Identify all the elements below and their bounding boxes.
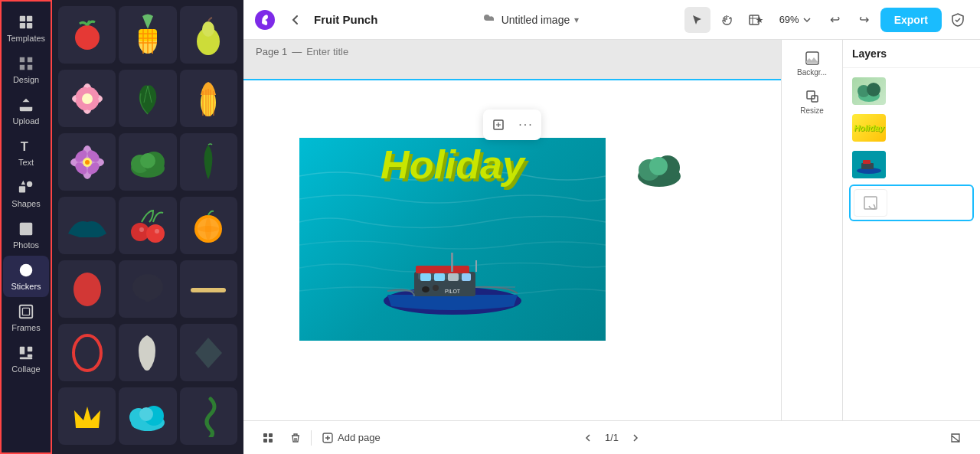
boat-illustration: PILOT — [368, 237, 537, 322]
sticker-corn[interactable] — [180, 70, 237, 127]
sidebar-item-shapes[interactable]: Shapes — [3, 173, 49, 214]
layers-list: Holiday — [843, 68, 980, 227]
svg-text:PILOT: PILOT — [445, 289, 461, 294]
svg-rect-82 — [462, 273, 471, 281]
next-page-button[interactable] — [625, 427, 646, 449]
svg-point-86 — [422, 286, 430, 292]
svg-rect-108 — [269, 439, 273, 443]
top-bar-left: Fruit Punch — [253, 8, 377, 32]
sidebar-item-design[interactable]: Design — [3, 49, 49, 90]
sticker-blue-diamond[interactable] — [180, 324, 237, 381]
right-panel-tools: Backgr... Resize — [782, 40, 842, 126]
resize-tool[interactable]: Resize — [788, 84, 837, 119]
canvas-main: Page 1 — ··· — [243, 40, 781, 420]
layer-item-4[interactable] — [849, 185, 974, 221]
bottom-center: 1/1 — [577, 427, 646, 449]
layer-thumb-3 — [852, 151, 886, 178]
svg-rect-80 — [434, 273, 445, 281]
bottom-separator — [311, 430, 312, 446]
svg-point-8 — [22, 225, 24, 227]
sticker-stick[interactable] — [180, 260, 237, 318]
sticker-green-squiggle[interactable] — [180, 387, 237, 445]
project-name: Fruit Punch — [314, 13, 377, 26]
sidebar-item-text[interactable]: T Text — [3, 132, 49, 173]
sticker-chili[interactable] — [180, 133, 237, 191]
sidebar-item-frames[interactable]: Frames — [3, 297, 49, 338]
svg-point-6 — [27, 181, 32, 187]
prev-page-button[interactable] — [577, 427, 599, 449]
svg-rect-85 — [475, 260, 477, 272]
sticker-cherries[interactable] — [119, 197, 176, 254]
canvas-wrapper: Page 1 — ··· — [243, 40, 980, 420]
sticker-pear[interactable] — [180, 6, 237, 64]
holiday-text: Holiday — [381, 142, 524, 188]
undo-button[interactable]: ↩ — [822, 7, 848, 33]
sticker-teal-cloud[interactable] — [119, 387, 176, 445]
sticker-leaves[interactable] — [119, 70, 176, 127]
bottom-right — [652, 426, 968, 450]
background-tool[interactable]: Backgr... — [788, 46, 837, 81]
expand-canvas-button[interactable] — [486, 113, 511, 137]
sidebar-item-collage[interactable]: Collage — [3, 338, 49, 380]
layers-panel: Layers — [842, 40, 980, 420]
svg-point-26 — [202, 21, 214, 37]
svg-rect-14 — [20, 358, 33, 360]
more-options-button[interactable]: ··· — [514, 113, 538, 137]
hand-tool-button[interactable] — [714, 7, 740, 33]
canvas-container[interactable]: ··· — [243, 64, 781, 420]
shield-button[interactable] — [945, 7, 971, 33]
layer-item-3[interactable] — [849, 148, 974, 181]
sticker-purple-flower[interactable] — [58, 133, 116, 191]
svg-rect-66 — [191, 288, 226, 292]
svg-point-87 — [433, 285, 439, 291]
expand-button[interactable] — [943, 426, 968, 450]
sidebar-item-upload[interactable]: Upload — [3, 90, 49, 132]
sidebar-item-stickers[interactable]: Stickers — [3, 256, 49, 297]
select-tool-button[interactable] — [684, 7, 710, 33]
sidebar-item-templates[interactable]: Templates — [3, 8, 49, 49]
main-photo[interactable]: Holiday — [299, 138, 606, 341]
cloud-sticker-on-canvas[interactable] — [632, 149, 686, 191]
redo-button[interactable]: ↪ — [851, 7, 877, 33]
page-title-input[interactable] — [306, 46, 435, 57]
sticker-orange[interactable] — [180, 197, 237, 254]
layer-item-2[interactable]: Holiday — [849, 111, 974, 145]
svg-rect-107 — [263, 439, 267, 443]
layer-thumb-1 — [852, 77, 886, 105]
top-bar-tools: 69% ↩ ↪ Export — [684, 7, 971, 33]
sticker-dark-shape[interactable] — [58, 197, 116, 254]
left-sidebar: Templates Design Upload T Text Shapes Ph… — [0, 0, 52, 454]
doc-title-area[interactable]: Untitled image ▾ — [483, 11, 580, 28]
frame-tool-button[interactable] — [743, 7, 769, 33]
sticker-crown[interactable] — [58, 387, 116, 445]
svg-rect-1 — [27, 16, 32, 21]
sidebar-item-photos[interactable]: Photos — [3, 214, 49, 256]
svg-point-71 — [139, 407, 153, 421]
sticker-red-ring[interactable] — [58, 324, 116, 381]
export-button[interactable]: Export — [880, 8, 942, 32]
sticker-flower-pink[interactable] — [58, 70, 116, 127]
main-area: Fruit Punch Untitled image ▾ — [243, 0, 980, 454]
svg-rect-105 — [263, 433, 267, 437]
sticker-speech-bubble[interactable] — [119, 260, 176, 318]
svg-point-99 — [867, 83, 880, 96]
svg-rect-3 — [27, 23, 32, 28]
zoom-button[interactable]: 69% — [772, 11, 819, 28]
delete-page-button[interactable] — [283, 426, 308, 450]
sticker-green-cloud[interactable] — [119, 133, 176, 191]
canva-logo[interactable] — [253, 8, 277, 32]
sticker-red-oval[interactable] — [58, 260, 116, 318]
sticker-white-shape[interactable] — [119, 324, 176, 381]
sticker-pineapple[interactable] — [119, 6, 176, 64]
layer-item-1[interactable] — [849, 74, 974, 108]
right-panel: Backgr... Resize — [781, 40, 842, 420]
layers-header: Layers — [843, 40, 980, 68]
thumbnail-view-button[interactable] — [256, 426, 280, 450]
layer-thumb-2: Holiday — [852, 114, 886, 142]
svg-rect-5 — [19, 186, 25, 192]
svg-text:T: T — [21, 139, 28, 153]
sticker-tomato[interactable] — [58, 6, 116, 64]
svg-rect-78 — [416, 266, 469, 273]
add-page-button[interactable]: Add page — [315, 427, 388, 448]
back-button[interactable] — [283, 8, 308, 32]
